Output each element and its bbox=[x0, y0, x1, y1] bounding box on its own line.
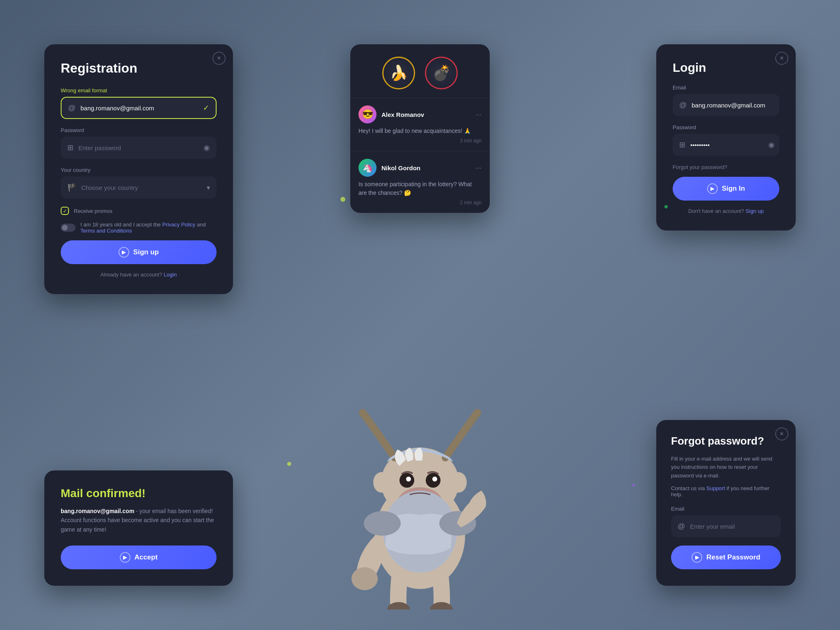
password-grid-icon: ⊞ bbox=[67, 143, 73, 152]
password-label: Password bbox=[61, 127, 217, 133]
confirmed-email: bang.romanov@gmail.com bbox=[61, 508, 134, 514]
registration-title: Registration bbox=[61, 61, 217, 76]
svg-point-7 bbox=[406, 477, 411, 482]
login-email-label: Email bbox=[673, 84, 779, 91]
signup-link[interactable]: Sign up bbox=[746, 208, 764, 214]
reset-btn-label: Reset Password bbox=[706, 553, 760, 562]
country-selector[interactable]: 🏴 Choose your country ▾ bbox=[61, 176, 217, 199]
support-link[interactable]: Support bbox=[706, 485, 725, 491]
particle-4 bbox=[632, 484, 635, 486]
forgot-password-link[interactable]: Forgot your password? bbox=[673, 164, 779, 170]
message-time-2: 2 min ago bbox=[358, 200, 482, 205]
login-card: × Login Email @ Password ⊞ ◉ Forgot your… bbox=[656, 44, 796, 231]
no-account-text: Don't have an account? Sign up bbox=[673, 208, 779, 214]
email-valid-icon: ✓ bbox=[203, 103, 209, 112]
promo-check-icon: ✓ bbox=[63, 208, 67, 214]
password-input[interactable] bbox=[78, 144, 203, 151]
password-eye-icon[interactable]: ◉ bbox=[203, 143, 210, 152]
login-link[interactable]: Login bbox=[164, 272, 177, 278]
mail-confirmed-title: Mail confirmed! bbox=[61, 487, 217, 500]
forgot-at-icon: @ bbox=[678, 522, 685, 531]
login-eye-icon[interactable]: ◉ bbox=[768, 140, 775, 149]
forgot-password-card: × Forgot password? Fill in your e-mail a… bbox=[656, 420, 796, 586]
avatar-alex: 😎 bbox=[358, 105, 377, 123]
signup-btn-icon: ▶ bbox=[119, 247, 129, 258]
reset-btn-icon: ▶ bbox=[692, 552, 702, 563]
email-error-label: Wrong email format bbox=[61, 87, 217, 94]
login-password-wrapper[interactable]: ⊞ ◉ bbox=[673, 134, 779, 156]
chat-message-1: 😎 Alex Romanov ··· Hey! I will be glad t… bbox=[350, 98, 490, 151]
chat-icons-area: 🍌 💣 bbox=[350, 44, 490, 98]
login-password-input[interactable] bbox=[690, 142, 768, 148]
registration-card: × Registration Wrong email format @ ✓ Pa… bbox=[44, 44, 233, 294]
login-at-icon: @ bbox=[679, 101, 687, 110]
email-input-wrapper[interactable]: @ ✓ bbox=[61, 97, 217, 119]
svg-point-16 bbox=[450, 472, 467, 493]
message-options-1[interactable]: ··· bbox=[475, 110, 482, 119]
forgot-close-button[interactable]: × bbox=[775, 427, 788, 441]
forgot-title: Forgot password? bbox=[671, 435, 781, 447]
bull-mascot bbox=[334, 363, 506, 609]
at-icon: @ bbox=[68, 104, 75, 112]
avatar-nikol: 🦄 bbox=[358, 159, 377, 177]
forgot-email-wrapper[interactable]: @ bbox=[671, 515, 781, 537]
forgot-description: Fill in your e-mail address and we will … bbox=[671, 455, 781, 480]
svg-point-15 bbox=[373, 472, 390, 493]
bomb-icon: 💣 bbox=[425, 57, 458, 89]
reset-password-button[interactable]: ▶ Reset Password bbox=[671, 546, 781, 569]
email-input[interactable] bbox=[80, 105, 203, 112]
login-password-label: Password bbox=[673, 124, 779, 130]
already-account-text: Already have an account? Login bbox=[61, 272, 217, 278]
message-time-1: 3 min ago bbox=[358, 138, 482, 144]
login-email-input[interactable] bbox=[692, 102, 773, 109]
forgot-email-label: Email bbox=[671, 506, 781, 512]
login-email-wrapper[interactable]: @ bbox=[673, 94, 779, 116]
mail-confirmed-card: Mail confirmed! bang.romanov@gmail.com -… bbox=[44, 470, 233, 586]
age-checkbox-row[interactable]: I am 18 years old and I accept the Priva… bbox=[61, 221, 217, 234]
message-options-2[interactable]: ··· bbox=[475, 164, 482, 172]
registration-close-button[interactable]: × bbox=[212, 52, 226, 65]
forgot-support-text: Contact us via Support if you need furth… bbox=[671, 485, 781, 498]
promo-checkbox-row[interactable]: ✓ Receive promos bbox=[61, 207, 217, 215]
signin-button[interactable]: ▶ Sign In bbox=[673, 177, 779, 201]
country-label: Your country bbox=[61, 167, 217, 173]
country-placeholder: Choose your country bbox=[81, 184, 207, 191]
banana-icon: 🍌 bbox=[382, 57, 415, 89]
chat-card: 🍌 💣 😎 Alex Romanov ··· Hey! I will be gl… bbox=[350, 44, 490, 213]
signup-btn-label: Sign up bbox=[133, 248, 159, 256]
privacy-link[interactable]: Privacy Policy bbox=[162, 221, 195, 228]
svg-point-8 bbox=[432, 477, 437, 482]
age-toggle[interactable] bbox=[61, 224, 75, 232]
password-input-wrapper[interactable]: ⊞ ◉ bbox=[61, 137, 217, 159]
signup-button[interactable]: ▶ Sign up bbox=[61, 240, 217, 264]
particle-2 bbox=[664, 205, 668, 208]
flag-icon: 🏴 bbox=[67, 183, 76, 192]
signin-btn-label: Sign In bbox=[722, 185, 745, 193]
username-alex: Alex Romanov bbox=[381, 111, 475, 118]
signin-btn-icon: ▶ bbox=[707, 183, 718, 194]
accept-btn-icon: ▶ bbox=[120, 552, 130, 563]
forgot-email-input[interactable] bbox=[690, 523, 774, 530]
particle-3 bbox=[287, 462, 291, 466]
login-close-button[interactable]: × bbox=[775, 52, 788, 65]
username-nikol: Nikol Gordon bbox=[381, 164, 475, 171]
message-text-2: Is someone participating in the lottery?… bbox=[358, 180, 482, 197]
mail-confirmed-message: bang.romanov@gmail.com - your email has … bbox=[61, 507, 217, 534]
svg-point-10 bbox=[364, 511, 401, 536]
terms-link[interactable]: Terms and Conditions bbox=[80, 228, 132, 234]
chevron-down-icon: ▾ bbox=[207, 184, 210, 192]
chat-message-2: 🦄 Nikol Gordon ··· Is someone participat… bbox=[350, 151, 490, 213]
promo-label: Receive promos bbox=[74, 208, 112, 214]
message-text-1: Hey! I will be glad to new acquaintances… bbox=[358, 127, 482, 135]
login-title: Login bbox=[673, 61, 779, 75]
particle-1 bbox=[340, 197, 345, 202]
svg-point-12 bbox=[352, 567, 378, 590]
promo-checkbox[interactable]: ✓ bbox=[61, 207, 69, 215]
accept-button[interactable]: ▶ Accept bbox=[61, 546, 217, 569]
age-label: I am 18 years old and I accept the Priva… bbox=[80, 221, 217, 234]
login-grid-icon: ⊞ bbox=[679, 140, 685, 149]
accept-btn-label: Accept bbox=[135, 553, 158, 562]
